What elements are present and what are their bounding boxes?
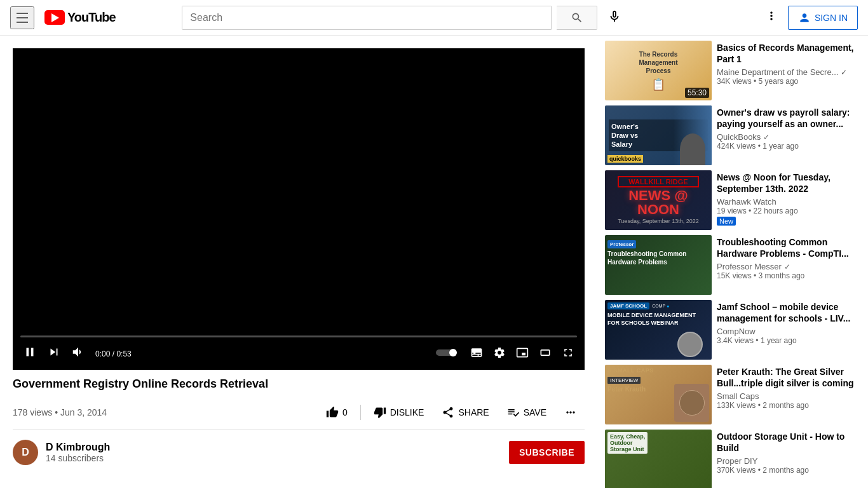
channel-info: D Kimbrough 14 subscribers — [46, 442, 501, 463]
sidebar-item-channel: Small Caps — [717, 391, 857, 401]
next-button[interactable] — [44, 342, 64, 365]
sidebar-item[interactable]: S SMALL CAPS INTERVIEW Peter Krauth Pete… — [605, 365, 857, 424]
subtitles-button[interactable] — [468, 344, 485, 364]
sidebar-item-channel: Professor Messer ✓ — [717, 262, 857, 271]
sidebar-item-title: Outdoor Storage Unit - How to Build — [717, 431, 857, 454]
share-icon — [442, 406, 454, 419]
sidebar-item[interactable]: Easy, Cheap,OutdoorStorage Unit Outdoor … — [605, 430, 857, 488]
channel-row: D D Kimbrough 14 subscribers SUBSCRIBE — [13, 430, 585, 475]
thumbnail: JAMF SCHOOL COMP ● MOBILE DEVICE MANAGEM… — [605, 300, 712, 360]
sidebar-item-info: News @ Noon for Tuesday, September 13th.… — [717, 170, 857, 230]
channel-avatar[interactable]: D — [13, 440, 38, 465]
voice-search-button[interactable] — [602, 4, 627, 30]
thumbnail: S SMALL CAPS INTERVIEW Peter Krauth — [605, 365, 712, 424]
sidebar-item-meta: 19 views • 22 hours ago — [717, 207, 857, 215]
more-options-button[interactable] — [760, 4, 783, 30]
search-icon — [571, 11, 583, 24]
save-button[interactable]: SAVE — [499, 401, 554, 424]
time-display: 0:00 / 0:53 — [95, 349, 132, 358]
thumbs-down-icon — [374, 406, 386, 419]
sign-in-button[interactable]: SIGN IN — [788, 6, 858, 30]
sidebar-item-meta: 370K views • 2 months ago — [717, 466, 857, 475]
sidebar-item-title: Basics of Records Management, Part 1 — [717, 42, 857, 65]
sidebar-item-title: News @ Noon for Tuesday, September 13th.… — [717, 172, 857, 194]
theater-button[interactable] — [536, 344, 554, 364]
sidebar-item[interactable]: WALLKILL RIDGE NEWS @NOON Tuesday, Septe… — [605, 170, 857, 230]
more-horiz-icon — [564, 406, 577, 419]
sidebar-item[interactable]: Professor Troubleshooting CommonHardware… — [605, 235, 857, 295]
sign-in-label: SIGN IN — [815, 13, 848, 23]
thumbnail: Professor Troubleshooting CommonHardware… — [605, 235, 712, 295]
video-views-date: 178 views • Jun 3, 2014 — [13, 407, 107, 417]
miniplayer-icon — [516, 346, 529, 359]
pause-icon — [23, 345, 37, 359]
dislike-button[interactable]: DISLIKE — [366, 401, 432, 424]
theater-icon — [539, 346, 552, 359]
progress-bar[interactable] — [20, 336, 577, 337]
svg-point-1 — [449, 349, 457, 356]
sidebar-item-meta: 3.4K views • 1 year ago — [717, 336, 857, 345]
video-controls: 0:00 / 0:53 — [13, 330, 585, 370]
autoplay-toggle[interactable] — [433, 345, 463, 363]
miniplayer-button[interactable] — [513, 344, 531, 364]
video-section: 0:00 / 0:53 — [0, 36, 597, 488]
autoplay-icon — [436, 348, 460, 358]
like-button[interactable]: 0 — [318, 401, 355, 424]
share-label: SHARE — [458, 407, 489, 417]
verified-icon: ✓ — [784, 262, 790, 271]
thumbnail: The RecordsManagementProcess 📋 55:30 — [605, 41, 712, 100]
volume-icon — [71, 345, 85, 359]
volume-button[interactable] — [69, 342, 88, 365]
header: YouTube SIGN IN — [0, 0, 868, 36]
sidebar-item[interactable]: Owner'sDraw vsSalary quickbooks Owner's … — [605, 105, 857, 165]
sidebar-item-meta: 133K views • 2 months ago — [717, 401, 857, 410]
sidebar-item-title: Troubleshooting Common Hardware Problems… — [717, 236, 857, 259]
like-count: 0 — [342, 407, 348, 417]
menu-button[interactable] — [10, 6, 34, 29]
fullscreen-icon — [562, 346, 574, 359]
youtube-logo-icon — [44, 10, 65, 25]
thumbnail: Owner'sDraw vsSalary quickbooks — [605, 105, 712, 165]
sidebar-item-info: Owner's draw vs payroll salary: paying y… — [717, 105, 857, 165]
channel-name[interactable]: D Kimbrough — [46, 442, 501, 453]
youtube-wordmark: YouTube — [67, 10, 116, 25]
search-button[interactable] — [557, 6, 597, 30]
more-actions-button[interactable] — [557, 401, 585, 424]
share-button[interactable]: SHARE — [434, 401, 496, 424]
video-meta-bar: 178 views • Jun 3, 2014 0 DISLIKE — [13, 396, 585, 430]
sidebar-item-channel: Proper DIY — [717, 456, 857, 466]
sidebar-item-info: Outdoor Storage Unit - How to Build Prop… — [717, 430, 857, 488]
sidebar-item-info: Peter Krauth: The Great Silver Bull...tr… — [717, 365, 857, 424]
video-player[interactable]: 0:00 / 0:53 — [13, 48, 585, 370]
sidebar-item-title: Peter Krauth: The Great Silver Bull...tr… — [717, 366, 857, 389]
subscribe-button[interactable]: SUBSCRIBE — [509, 441, 585, 464]
search-input[interactable] — [182, 6, 551, 29]
sidebar-item-title: Owner's draw vs payroll salary: paying y… — [717, 107, 857, 130]
sidebar-item-info: Jamf School – mobile device management f… — [717, 300, 857, 360]
save-label: SAVE — [524, 407, 546, 417]
skip-next-icon — [47, 345, 61, 359]
sidebar-item-meta: 34K views • 5 years ago — [717, 77, 857, 86]
main-content: 0:00 / 0:53 — [0, 0, 868, 488]
fullscreen-button[interactable] — [559, 344, 577, 364]
microphone-icon — [607, 10, 621, 24]
video-actions: 0 DISLIKE SHARE — [318, 401, 585, 424]
video-duration: 55:30 — [685, 88, 709, 98]
settings-button[interactable] — [491, 344, 508, 364]
sidebar-item-channel: Warhawk Watch — [717, 197, 857, 207]
sidebar: The RecordsManagementProcess 📋 55:30 Bas… — [597, 36, 864, 488]
subtitles-icon — [470, 346, 483, 359]
save-icon — [507, 406, 520, 419]
search-bar — [182, 6, 552, 30]
sidebar-item[interactable]: JAMF SCHOOL COMP ● MOBILE DEVICE MANAGEM… — [605, 300, 857, 360]
verified-icon: ✓ — [763, 133, 770, 142]
sidebar-item[interactable]: The RecordsManagementProcess 📋 55:30 Bas… — [605, 41, 857, 100]
youtube-logo[interactable]: YouTube — [44, 10, 116, 25]
thumbnail: Easy, Cheap,OutdoorStorage Unit — [605, 430, 712, 488]
sidebar-item-channel: Maine Department of the Secre... ✓ — [717, 67, 857, 77]
thumbs-up-icon — [326, 406, 339, 419]
video-title: Government Registry Online Records Retri… — [13, 377, 585, 391]
pause-button[interactable] — [20, 342, 39, 365]
sidebar-item-info: Basics of Records Management, Part 1 Mai… — [717, 41, 857, 100]
settings-icon — [493, 346, 506, 359]
